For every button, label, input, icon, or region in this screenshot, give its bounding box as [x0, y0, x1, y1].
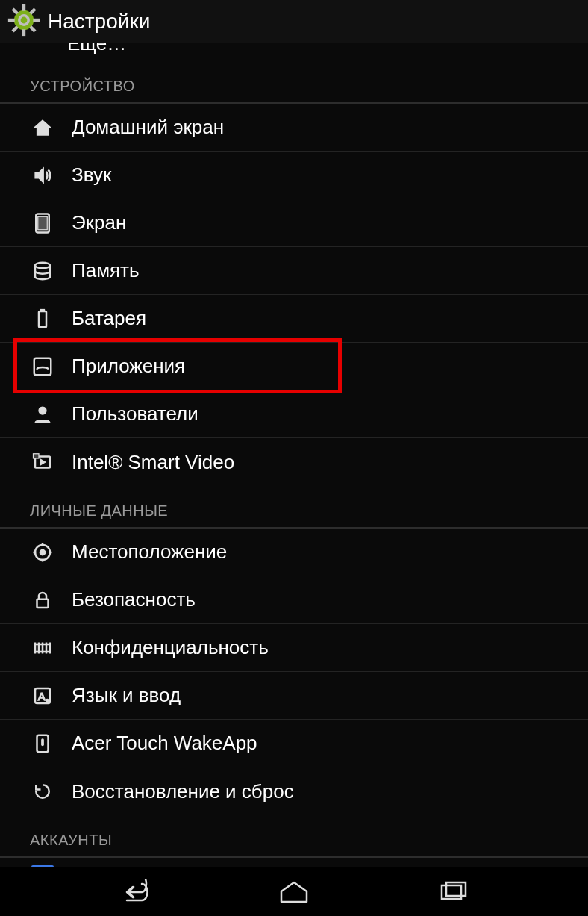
svg-rect-28 [446, 882, 466, 896]
row-label: Домашний экран [72, 116, 224, 139]
display-icon [30, 211, 55, 236]
list-item-cutoff[interactable]: Ещё… [0, 43, 588, 61]
row-users[interactable]: Пользователи [0, 390, 588, 438]
svg-rect-27 [442, 885, 461, 899]
nav-recent-button[interactable] [430, 877, 475, 907]
restore-icon [30, 779, 55, 804]
svg-point-13 [35, 262, 50, 268]
row-security[interactable]: Безопасность [0, 576, 588, 624]
svg-rect-4 [8, 19, 15, 22]
row-sound[interactable]: Звук [0, 152, 588, 199]
location-icon [30, 540, 55, 565]
row-acer-wakeapp[interactable]: Acer Touch WakeApp [0, 720, 588, 767]
svg-rect-14 [39, 311, 46, 327]
svg-rect-15 [41, 309, 45, 311]
settings-icon [7, 4, 40, 40]
row-display[interactable]: Экран [0, 199, 588, 247]
row-label: Восстановление и сброс [72, 780, 294, 803]
section-header-personal: ЛИЧНЫЕ ДАННЫЕ [0, 486, 588, 529]
row-label: Батарея [72, 307, 146, 330]
app-title: Настройки [48, 10, 150, 34]
language-icon: A [30, 683, 55, 708]
row-location[interactable]: Местоположение [0, 529, 588, 576]
svg-rect-19 [34, 454, 40, 458]
row-backup-reset[interactable]: Восстановление и сброс [0, 767, 588, 815]
settings-list[interactable]: Ещё… УСТРОЙСТВО Домашний экран Звук Экра… [0, 43, 588, 867]
section-header-device: УСТРОЙСТВО [0, 61, 588, 104]
row-label: Конфиденциальность [72, 636, 269, 659]
row-label: Местоположение [72, 540, 227, 564]
nav-bar [0, 867, 588, 916]
privacy-icon [30, 635, 55, 661]
svg-rect-22 [37, 599, 49, 607]
row-label: Acer Touch WakeApp [72, 732, 257, 755]
row-language[interactable]: A Язык и ввод [0, 672, 588, 720]
row-privacy[interactable]: Конфиденциальность [0, 624, 588, 672]
svg-point-25 [46, 699, 49, 702]
row-battery[interactable]: Батарея [0, 295, 588, 343]
row-label: Intel® Smart Video [72, 451, 234, 474]
nav-back-button[interactable] [113, 877, 158, 907]
row-label: Звук [72, 163, 111, 187]
svg-rect-5 [33, 19, 40, 22]
row-label: Экран [72, 211, 126, 234]
row-label: Приложения [72, 355, 185, 378]
home-icon [30, 115, 55, 140]
storage-icon [30, 258, 55, 284]
lock-icon [30, 588, 55, 613]
app-bar: Настройки [0, 0, 588, 43]
row-label: Пользователи [72, 402, 198, 426]
apps-icon [30, 354, 55, 379]
battery-icon [30, 306, 55, 331]
row-google[interactable]: g Google [0, 858, 588, 867]
section-header-accounts: АККАУНТЫ [0, 815, 588, 858]
svg-point-10 [21, 17, 28, 24]
row-label: Безопасность [72, 588, 196, 611]
touch-icon [30, 731, 55, 756]
svg-text:A: A [38, 690, 46, 702]
svg-point-21 [40, 549, 46, 555]
svg-rect-12 [38, 216, 48, 230]
nav-home-button[interactable] [272, 877, 316, 907]
svg-rect-3 [22, 29, 25, 36]
sound-icon [30, 163, 55, 188]
row-apps[interactable]: Приложения [0, 343, 588, 390]
video-icon [30, 449, 55, 475]
row-label: Язык и ввод [72, 684, 181, 707]
users-icon [30, 402, 55, 427]
row-home-screen[interactable]: Домашний экран [0, 104, 588, 152]
row-storage[interactable]: Память [0, 247, 588, 295]
row-intel-video[interactable]: Intel® Smart Video [0, 438, 588, 486]
row-label: Память [72, 259, 140, 282]
svg-rect-2 [22, 4, 25, 11]
svg-point-17 [39, 407, 46, 414]
